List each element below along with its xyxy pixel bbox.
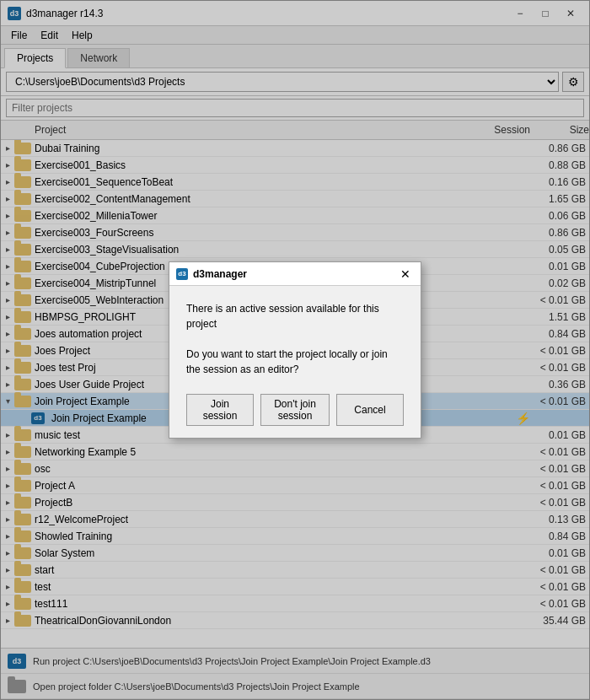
dialog-close-button[interactable]: ✕	[397, 266, 414, 283]
dont-join-session-button[interactable]: Don't join session	[260, 394, 330, 426]
dialog-title: d3manager	[193, 268, 397, 280]
dialog-message-line1: There is an active session available for…	[186, 301, 404, 331]
dialog-icon: d3	[176, 268, 188, 280]
dialog-message: There is an active session available for…	[186, 301, 404, 377]
join-session-button[interactable]: Join session	[186, 394, 254, 426]
dialog: d3 d3manager ✕ There is an active sessio…	[169, 261, 421, 439]
cancel-button[interactable]: Cancel	[336, 394, 404, 426]
dialog-message-line2: Do you want to start the project locally…	[186, 347, 404, 377]
dialog-overlay: d3 d3manager ✕ There is an active sessio…	[0, 0, 590, 700]
dialog-title-bar: d3 d3manager ✕	[169, 262, 421, 286]
dialog-buttons: Join session Don't join session Cancel	[186, 394, 404, 426]
dialog-body: There is an active session available for…	[169, 286, 421, 438]
